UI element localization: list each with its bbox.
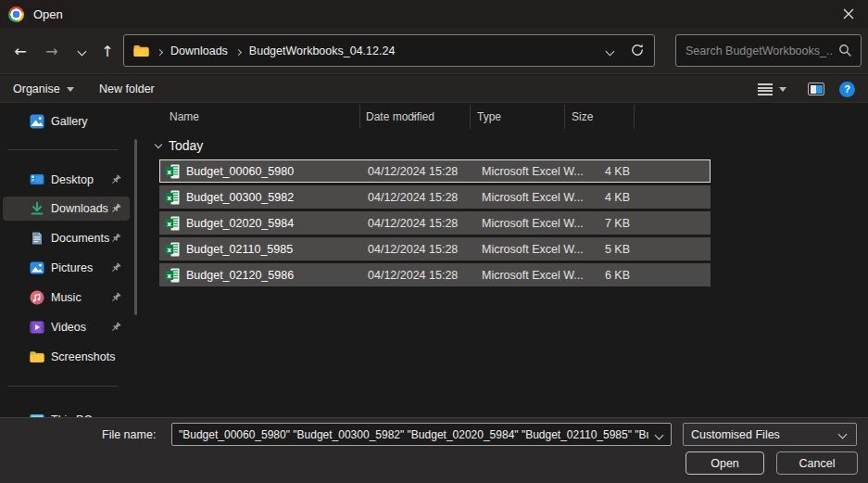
sidebar-item-music[interactable]: Music xyxy=(3,286,130,310)
file-list-area: Name Date modified Type Size Today xyxy=(152,103,868,417)
excel-file-icon: x xyxy=(165,268,180,283)
file-type: Microsoft Excel W... xyxy=(471,191,565,204)
file-size: 4 KB xyxy=(565,165,635,178)
open-button[interactable]: Open xyxy=(686,451,764,475)
file-type: Microsoft Excel W... xyxy=(471,217,565,230)
refresh-button[interactable] xyxy=(630,43,645,57)
sidebar-item-downloads[interactable]: Downloads xyxy=(3,197,130,221)
search-input[interactable] xyxy=(676,35,861,66)
file-name-combo xyxy=(171,423,672,446)
pin-icon xyxy=(109,232,122,245)
file-date: 04/12/2024 15:28 xyxy=(360,165,471,178)
file-row[interactable]: x Budget_00300_5982 04/12/2024 15:28 Mic… xyxy=(159,185,711,209)
excel-file-icon: x xyxy=(165,190,180,205)
address-bar[interactable]: Downloads BudgetWorkbooks_04.12.24 xyxy=(123,34,655,67)
file-name-input[interactable] xyxy=(172,424,671,445)
recent-locations-button[interactable] xyxy=(69,28,94,74)
close-icon xyxy=(843,8,854,19)
file-size: 4 KB xyxy=(565,191,635,204)
caret-down-icon xyxy=(779,87,786,92)
excel-file-icon: x xyxy=(165,164,180,179)
file-row[interactable]: x Budget_00060_5980 04/12/2024 15:28 Mic… xyxy=(159,159,711,183)
address-dropdown-button[interactable] xyxy=(607,44,613,57)
sidebar-separator xyxy=(7,149,119,150)
pin-icon xyxy=(109,321,122,334)
svg-text:x: x xyxy=(167,271,171,279)
breadcrumb-current-folder[interactable]: BudgetWorkbooks_04.12.24 xyxy=(249,44,396,57)
caret-down-icon xyxy=(67,87,74,92)
gallery-icon xyxy=(30,114,44,129)
dialog-content: Gallery Desktop xyxy=(0,103,868,417)
sidebar-item-desktop[interactable]: Desktop xyxy=(3,168,130,192)
file-type-select[interactable]: Customised Files xyxy=(683,423,857,446)
svg-text:x: x xyxy=(167,245,171,253)
chevron-down-icon xyxy=(838,430,848,439)
navigation-bar: ← → ↑ Downloads BudgetWorkbooks_04.12.24 xyxy=(0,28,868,74)
sidebar-scrollbar[interactable] xyxy=(134,139,137,315)
column-header-type[interactable]: Type xyxy=(471,105,565,129)
file-date: 04/12/2024 15:28 xyxy=(360,243,471,256)
help-icon: ? xyxy=(839,82,855,97)
command-toolbar: Organise New folder ? xyxy=(0,75,868,103)
sidebar-separator xyxy=(7,386,119,387)
videos-icon xyxy=(30,320,44,335)
svg-text:x: x xyxy=(167,167,171,175)
file-row[interactable]: x Budget_02110_5985 04/12/2024 15:28 Mic… xyxy=(159,237,711,261)
file-name: Budget_00060_5980 xyxy=(186,165,294,178)
chevron-down-icon xyxy=(77,46,86,56)
cancel-button[interactable]: Cancel xyxy=(776,451,858,475)
pin-icon xyxy=(109,291,122,304)
help-button[interactable]: ? xyxy=(839,75,855,103)
organise-button[interactable]: Organise xyxy=(13,75,74,103)
file-date: 04/12/2024 15:28 xyxy=(360,191,471,204)
up-button[interactable]: ↑ xyxy=(94,28,120,74)
column-header-size[interactable]: Size xyxy=(565,105,635,129)
preview-pane-button[interactable] xyxy=(808,75,824,103)
breadcrumb-separator-icon xyxy=(157,44,162,57)
file-type: Microsoft Excel W... xyxy=(471,269,565,282)
new-folder-button[interactable]: New folder xyxy=(99,75,155,103)
sidebar-item-documents[interactable]: Documents xyxy=(3,226,130,250)
forward-button[interactable]: → xyxy=(39,28,65,74)
svg-text:x: x xyxy=(167,219,171,227)
file-row[interactable]: x Budget_02120_5986 04/12/2024 15:28 Mic… xyxy=(159,263,711,286)
file-size: 5 KB xyxy=(565,243,635,256)
sidebar-item-screenshots[interactable]: Screenshots xyxy=(3,345,130,369)
chevron-down-icon xyxy=(155,140,162,147)
pin-icon xyxy=(109,261,122,274)
view-mode-button[interactable] xyxy=(758,75,786,103)
desktop-icon xyxy=(30,172,44,187)
excel-file-icon: x xyxy=(165,216,180,231)
sidebar-item-gallery[interactable]: Gallery xyxy=(3,109,130,133)
file-name: Budget_00300_5982 xyxy=(186,191,294,204)
pin-icon xyxy=(109,202,122,215)
back-button[interactable]: ← xyxy=(7,28,33,74)
dialog-footer: File name: Customised Files Open Cancel xyxy=(0,417,868,483)
pin-icon xyxy=(109,173,122,186)
group-header-today[interactable]: Today xyxy=(152,135,203,156)
open-file-dialog: Open ← → ↑ Downloads BudgetWorkbooks_04.… xyxy=(0,0,868,483)
svg-text:x: x xyxy=(167,193,171,201)
window-title: Open xyxy=(33,7,63,21)
file-name: Budget_02020_5984 xyxy=(186,217,294,230)
folder-icon xyxy=(30,350,44,364)
column-header-name[interactable]: Name xyxy=(152,105,360,129)
file-row[interactable]: x Budget_02020_5984 04/12/2024 15:28 Mic… xyxy=(159,211,711,235)
file-date: 04/12/2024 15:28 xyxy=(360,269,471,282)
column-headers: Name Date modified Type Size xyxy=(152,105,868,129)
refresh-icon xyxy=(630,43,645,57)
file-rows: x Budget_00060_5980 04/12/2024 15:28 Mic… xyxy=(159,159,711,289)
sidebar-item-videos[interactable]: Videos xyxy=(3,315,130,339)
breadcrumb-downloads[interactable]: Downloads xyxy=(170,44,228,57)
sidebar-item-pictures[interactable]: Pictures xyxy=(3,256,130,280)
file-type: Microsoft Excel W... xyxy=(471,243,565,256)
column-header-date-modified[interactable]: Date modified xyxy=(360,105,471,129)
file-size: 6 KB xyxy=(565,269,635,282)
close-button[interactable] xyxy=(829,0,868,28)
excel-file-icon: x xyxy=(165,242,180,257)
search-icon xyxy=(838,44,852,57)
sort-indicator-icon xyxy=(412,107,416,120)
breadcrumb-separator-icon xyxy=(236,44,241,57)
chrome-logo-icon xyxy=(8,6,24,22)
file-name: Budget_02120_5986 xyxy=(186,269,294,282)
